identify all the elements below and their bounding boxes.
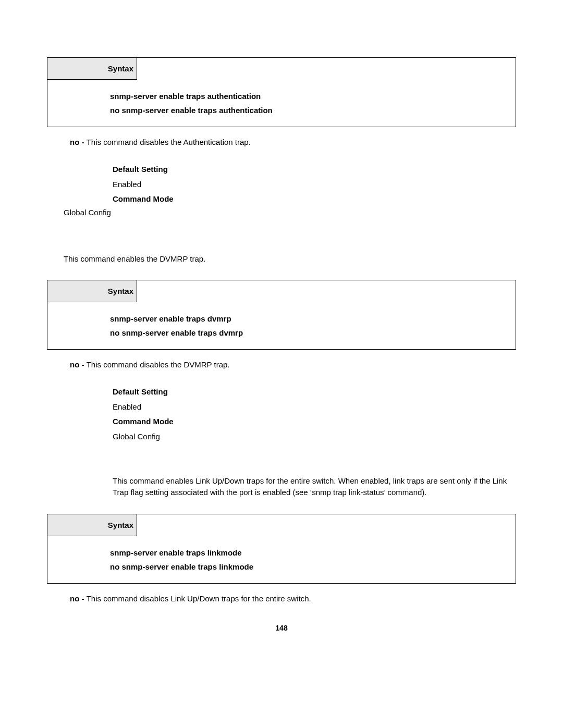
no-description: no - This command disables Link Up/Down … [70,594,516,603]
default-setting-label: Default Setting [113,385,516,400]
syntax-label: Syntax [47,58,137,80]
no-text: This command disables the DVMRP trap. [87,360,230,369]
syntax-box-authentication: Syntax snmp-server enable traps authenti… [47,57,516,127]
syntax-line: snmp-server enable traps linkmode [110,546,509,560]
syntax-line: snmp-server enable traps authentication [110,89,509,103]
command-mode-value: Global Config [113,429,516,445]
no-prefix: no - [70,138,87,146]
syntax-header: Syntax [47,514,516,536]
syntax-body: snmp-server enable traps authentication … [47,80,516,127]
default-setting-label: Default Setting [113,162,516,177]
syntax-header: Syntax [47,280,516,302]
no-text: This command disables the Authentication… [87,138,251,146]
no-text: This command disables Link Up/Down traps… [87,594,311,603]
command-mode-label: Command Mode [113,192,516,207]
syntax-label: Syntax [47,280,137,302]
no-description: no - This command disables the Authentic… [70,138,516,146]
syntax-box-linkmode: Syntax snmp-server enable traps linkmode… [47,514,516,584]
intro-paragraph: This command enables Link Up/Down traps … [113,475,511,498]
page-number: 148 [47,624,516,632]
default-setting-value: Enabled [113,400,516,415]
command-mode-label: Command Mode [113,414,516,429]
syntax-body: snmp-server enable traps linkmode no snm… [47,536,516,583]
syntax-header: Syntax [47,58,516,80]
no-prefix: no - [70,360,87,369]
syntax-line: no snmp-server enable traps dvmrp [110,326,509,340]
syntax-line: no snmp-server enable traps authenticati… [110,103,509,117]
settings-block: Default Setting Enabled Command Mode Glo… [113,385,516,444]
command-mode-value: Global Config [64,208,516,217]
default-setting-value: Enabled [113,177,516,192]
no-prefix: no - [70,594,87,603]
intro-paragraph: This command enables the DVMRP trap. [64,253,516,265]
settings-block: Default Setting Enabled Command Mode [113,162,516,207]
document-page: Syntax snmp-server enable traps authenti… [0,0,563,653]
syntax-body: snmp-server enable traps dvmrp no snmp-s… [47,302,516,349]
no-description: no - This command disables the DVMRP tra… [70,360,516,369]
syntax-line: no snmp-server enable traps linkmode [110,560,509,574]
syntax-label: Syntax [47,514,137,536]
syntax-box-dvmrp: Syntax snmp-server enable traps dvmrp no… [47,280,516,350]
syntax-line: snmp-server enable traps dvmrp [110,312,509,326]
